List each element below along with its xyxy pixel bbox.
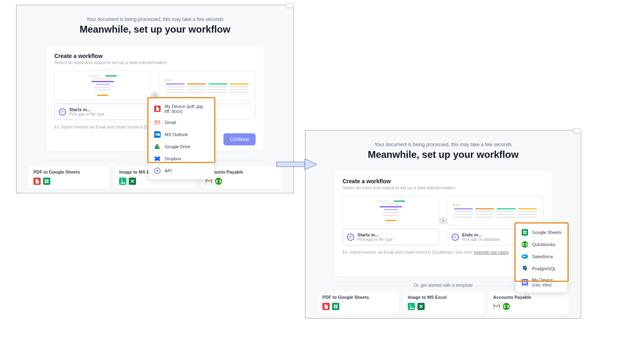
dropdown-item-dropbox[interactable]: Dropbox xyxy=(149,153,214,165)
dropdown-item-sheets[interactable]: Google Sheets xyxy=(516,226,567,238)
starts-in-title: Starts in... xyxy=(357,232,392,237)
sheets-icon xyxy=(43,178,50,185)
csv-icon xyxy=(522,279,528,286)
excel-icon xyxy=(417,303,425,310)
starts-in-sub: Pick app or file type xyxy=(357,237,392,242)
dropdown-item-postgres[interactable]: PostgreSQL xyxy=(516,263,567,275)
workflow-panel-input-state: Your document is being processed, this m… xyxy=(16,5,294,193)
headline: Meanwhile, set up your workflow xyxy=(305,149,581,160)
pdf-icon xyxy=(322,303,330,310)
flow-arrow-icon: › xyxy=(151,91,159,99)
starts-in-picker[interactable]: ⟳ Starts in... Pick app or file type xyxy=(343,229,439,245)
starts-in-icon: ⟳ xyxy=(59,108,66,116)
template-card-2[interactable]: Accounts Payable xyxy=(488,292,569,314)
dropdown-item-outlook[interactable]: MS Outlook xyxy=(149,128,214,141)
quickbooks-icon xyxy=(215,178,222,185)
quickbooks-icon xyxy=(522,241,528,248)
dropdown-item-api[interactable]: API xyxy=(149,165,214,177)
ends-in-sub: Pick app or database xyxy=(462,237,500,242)
dropdown-item-pdf[interactable]: My Device (pdf, jpg, tiff, docx) xyxy=(149,101,214,116)
sheets-icon xyxy=(522,229,528,236)
dropdown-item-drive[interactable]: Google Drive xyxy=(149,141,214,153)
dropdown-label: Google Sheets xyxy=(532,230,561,235)
output-preview xyxy=(159,71,256,101)
dropdown-item-salesforce[interactable]: Salesforce xyxy=(516,250,567,263)
window-corner-tab xyxy=(573,128,581,133)
input-column: ⟳ Starts in... Pick app or file type xyxy=(343,196,439,245)
template-title: Accounts Payable xyxy=(205,170,277,174)
dropdown-label: Quickbooks xyxy=(532,242,555,247)
postgres-icon xyxy=(522,265,528,272)
dropdown-label: MS Outlook xyxy=(165,132,188,137)
outlook-icon xyxy=(154,131,161,138)
template-card-1[interactable]: Image to MS Excel xyxy=(403,292,483,314)
continue-button[interactable]: Continue xyxy=(223,133,256,145)
dropdown-label: Dropbox xyxy=(165,156,182,161)
card-subtitle: Select an input and output to set up a d… xyxy=(54,60,256,65)
input-column: ⟳ Starts in... Pick app or file type xyxy=(54,70,151,120)
dropdown-label: Google Drive xyxy=(165,144,190,149)
example-use-cases-link[interactable]: example use-cases xyxy=(474,250,508,255)
dropdown-label: My Device (csv, xlsv) xyxy=(532,277,561,287)
drive-icon xyxy=(154,143,161,150)
card-title: Create a workflow xyxy=(54,53,256,59)
template-card-0[interactable]: PDF to Google Sheets xyxy=(318,292,398,314)
api-icon xyxy=(154,168,161,174)
template-list: PDF to Google SheetsImage to MS ExcelAcc… xyxy=(305,292,581,321)
sheets-icon xyxy=(332,303,339,310)
input-source-dropdown: My Device (pdf, jpg, tiff, docx)GmailMS … xyxy=(149,99,214,179)
salesforce-icon xyxy=(522,253,528,260)
output-preview xyxy=(447,196,544,226)
excel-icon xyxy=(129,178,136,185)
panel-header: Your document is being processed, this m… xyxy=(305,130,581,160)
dropbox-icon xyxy=(154,155,161,162)
template-title: PDF to Google Sheets xyxy=(33,170,105,174)
dropdown-label: API xyxy=(165,168,172,173)
image-icon xyxy=(119,178,126,185)
template-title: Image to MS Excel xyxy=(408,295,479,300)
ends-in-title: Ends in... xyxy=(462,232,500,237)
template-title: Accounts Payable xyxy=(493,295,564,300)
dropdown-label: Salesforce xyxy=(532,254,553,259)
template-title: PDF to Google Sheets xyxy=(322,295,393,300)
quickbooks-icon xyxy=(503,303,510,310)
pdf-icon xyxy=(33,178,41,185)
transition-arrow-icon xyxy=(275,156,319,172)
output-destination-dropdown: Google SheetsQuickbooksSalesforcePostgre… xyxy=(516,224,567,292)
dropdown-label: Gmail xyxy=(165,120,176,125)
ends-in-icon: ⟳ xyxy=(452,234,459,241)
pdf-icon xyxy=(154,106,161,112)
dropdown-item-gmail[interactable]: Gmail xyxy=(149,116,214,128)
dropdown-item-csv[interactable]: My Device (csv, xlsv) xyxy=(516,275,567,290)
headline: Meanwhile, set up your workflow xyxy=(17,24,293,35)
input-preview xyxy=(343,196,439,226)
panel-header: Your document is being processed, this m… xyxy=(17,5,293,35)
gmail-icon xyxy=(154,119,161,126)
gmail-m-icon xyxy=(493,303,500,310)
processing-text: Your document is being processed, this m… xyxy=(17,17,293,22)
dropdown-label: My Device (pdf, jpg, tiff, docx) xyxy=(165,104,208,114)
processing-text: Your document is being processed, this m… xyxy=(305,142,581,147)
starts-in-icon: ⟳ xyxy=(347,234,354,241)
dropdown-label: PostgreSQL xyxy=(532,266,556,271)
svg-rect-19 xyxy=(277,162,305,167)
window-corner-tab xyxy=(286,3,294,8)
flow-arrow-icon: › xyxy=(439,217,447,225)
starts-in-picker[interactable]: ⟳ Starts in... Pick app or file type xyxy=(54,103,151,120)
example-line: Ex: Import invoices via Email and create… xyxy=(343,250,544,255)
card-subtitle: Select an input and output to set up a d… xyxy=(343,185,544,190)
dropdown-item-quickbooks[interactable]: Quickbooks xyxy=(516,238,567,250)
card-title: Create a workflow xyxy=(343,178,544,184)
starts-in-sub: Pick app or file type xyxy=(69,112,104,116)
template-card-0[interactable]: PDF to Google Sheets xyxy=(29,166,109,189)
input-preview xyxy=(54,70,151,100)
workflow-panel-output-state: Your document is being processed, this m… xyxy=(305,130,581,319)
starts-in-title: Starts in... xyxy=(69,107,104,112)
image-icon xyxy=(408,303,415,310)
